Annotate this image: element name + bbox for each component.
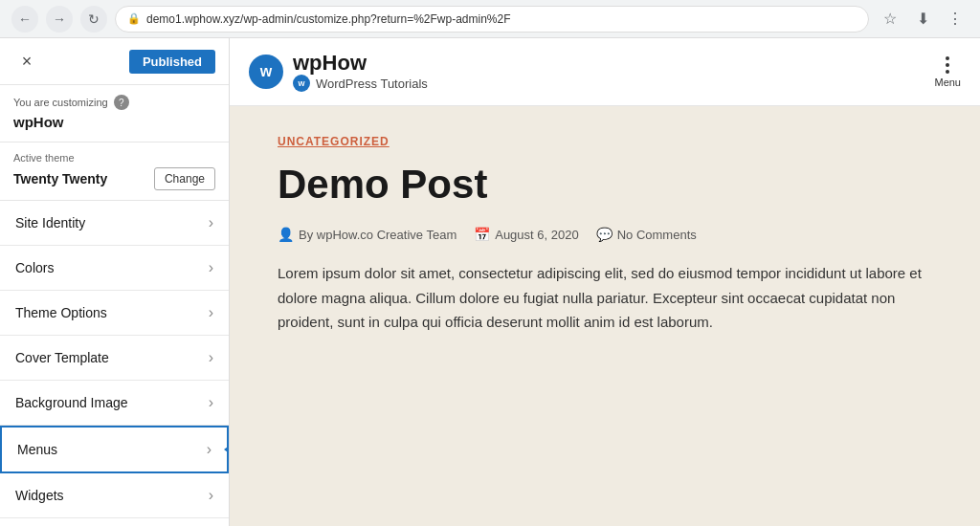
site-logo: w (249, 55, 283, 89)
site-tagline: w WordPress Tutorials (293, 75, 428, 92)
forward-button[interactable]: → (46, 6, 73, 33)
sidebar-item-label: Site Identity (15, 215, 85, 230)
meta-comments: 💬 No Comments (596, 227, 697, 242)
preview-area: w wpHow w WordPress Tutorials Menu UNCAT… (230, 38, 980, 526)
active-theme-name: Twenty Twenty (13, 171, 107, 186)
customizing-text: You are customizing (13, 97, 108, 108)
browser-chrome: ← → ↻ 🔒 demo1.wphow.xyz/wp-admin/customi… (0, 0, 980, 38)
dot-3 (946, 70, 949, 74)
active-theme-row: Twenty Twenty Change (13, 167, 215, 190)
customizing-label: You are customizing ? (0, 85, 229, 114)
active-theme-label: Active theme (13, 152, 215, 164)
back-button[interactable]: ← (11, 6, 38, 33)
site-identity: wpHow w WordPress Tutorials (293, 52, 428, 92)
sidebar-item-label: Colors (15, 260, 54, 275)
chevron-right-icon: › (209, 214, 213, 231)
sidebar-item-label: Background Image (15, 395, 128, 410)
customizer-sidebar: × Published You are customizing ? wpHow … (0, 38, 230, 526)
tagline-logo-icon: w (293, 75, 310, 92)
sidebar-item-homepage-settings[interactable]: Homepage Settings› (0, 518, 229, 526)
site-title: wpHow (293, 52, 428, 75)
nav-items: Site Identity›Colors›Theme Options›Cover… (0, 201, 229, 526)
active-theme-section: Active theme Twenty Twenty Change (0, 142, 229, 201)
published-button[interactable]: Published (129, 50, 215, 74)
help-icon[interactable]: ? (114, 95, 129, 110)
chevron-right-icon: › (209, 304, 213, 321)
more-button[interactable]: ⋮ (942, 6, 969, 33)
sidebar-item-cover-template[interactable]: Cover Template› (0, 336, 229, 381)
comment-icon: 💬 (596, 227, 612, 242)
customizing-site-name: wpHow (0, 114, 229, 142)
post-title: Demo Post (278, 162, 932, 208)
dot-1 (946, 56, 949, 60)
chevron-right-icon: › (209, 349, 213, 366)
chevron-right-icon: › (209, 487, 213, 504)
url-text: demo1.wphow.xyz/wp-admin/customize.php?r… (146, 12, 511, 26)
calendar-icon: 📅 (474, 227, 490, 242)
sidebar-item-widgets[interactable]: Widgets› (0, 473, 229, 518)
browser-actions: ☆ ⬇ ⋮ (877, 6, 969, 33)
download-button[interactable]: ⬇ (909, 6, 936, 33)
sidebar-item-label: Widgets (15, 488, 64, 503)
site-header: w wpHow w WordPress Tutorials Menu (230, 38, 980, 106)
chevron-right-icon: › (209, 394, 213, 411)
date-text: August 6, 2020 (495, 228, 578, 242)
sidebar-header: × Published (0, 38, 229, 85)
sidebar-item-colors[interactable]: Colors› (0, 246, 229, 291)
close-button[interactable]: × (13, 48, 40, 75)
sidebar-item-label: Menus (17, 442, 57, 457)
bookmark-button[interactable]: ☆ (877, 6, 903, 33)
sidebar-item-label: Cover Template (15, 350, 109, 365)
sidebar-item-site-identity[interactable]: Site Identity› (0, 201, 229, 246)
sidebar-item-menus[interactable]: Menus› (0, 426, 229, 473)
post-meta: 👤 By wpHow.co Creative Team 📅 August 6, … (278, 227, 932, 242)
address-bar[interactable]: 🔒 demo1.wphow.xyz/wp-admin/customize.php… (115, 6, 869, 33)
tagline-text: WordPress Tutorials (316, 77, 428, 91)
sidebar-item-theme-options[interactable]: Theme Options› (0, 291, 229, 336)
post-content: UNCATEGORIZED Demo Post 👤 By wpHow.co Cr… (230, 106, 980, 526)
arrow-indicator (224, 444, 229, 455)
dot-2 (946, 63, 949, 67)
author-icon: 👤 (278, 227, 294, 242)
menu-button[interactable]: Menu (934, 56, 961, 88)
sidebar-item-background-image[interactable]: Background Image› (0, 381, 229, 426)
sidebar-item-label: Theme Options (15, 305, 107, 320)
post-category: UNCATEGORIZED (278, 135, 932, 148)
chevron-right-icon: › (209, 259, 213, 276)
post-excerpt: Lorem ipsum dolor sit amet, consectetur … (278, 261, 932, 335)
chevron-right-icon: › (207, 441, 212, 458)
lock-icon: 🔒 (127, 12, 141, 25)
comments-text: No Comments (617, 228, 697, 242)
menu-label: Menu (934, 77, 961, 88)
reload-button[interactable]: ↻ (80, 6, 107, 33)
change-theme-button[interactable]: Change (154, 167, 215, 190)
meta-date: 📅 August 6, 2020 (474, 227, 578, 242)
main-layout: × Published You are customizing ? wpHow … (0, 38, 980, 526)
meta-author: 👤 By wpHow.co Creative Team (278, 227, 457, 242)
author-text: By wpHow.co Creative Team (299, 228, 457, 242)
site-logo-area: w wpHow w WordPress Tutorials (249, 52, 428, 92)
